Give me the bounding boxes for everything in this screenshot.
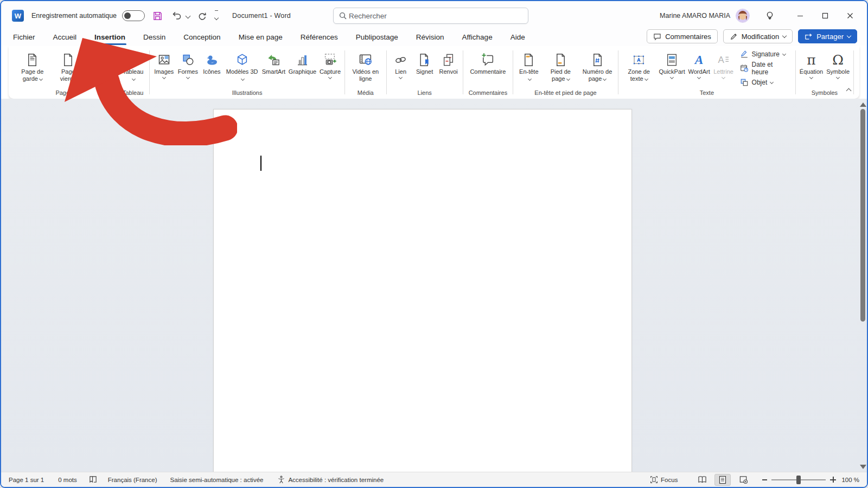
blank-page-button[interactable]: Page vierge [51,48,86,84]
editing-mode-button[interactable]: Modification [723,29,793,43]
footer-button[interactable]: Pied de page [542,48,579,84]
save-button[interactable] [150,9,164,23]
autosave-toggle[interactable] [122,10,145,21]
group-divider [463,50,463,94]
cover-page-button[interactable]: Page de garde [14,48,51,84]
3d-models-button[interactable]: Modèles 3D [224,48,260,84]
user-avatar[interactable] [736,9,750,23]
focus-mode-button[interactable]: Focus [650,476,678,484]
ribbon-group-symbols: π Équation Ω Symbole Symboles [798,48,851,99]
blank-page-icon [61,49,75,67]
group-divider [853,50,854,94]
tab-mise-en-page[interactable]: Mise en page [239,31,283,45]
tab-fichier[interactable]: Fichier [13,31,35,45]
comment-bubble-icon [653,33,661,41]
minimize-button[interactable] [788,5,813,27]
language-indicator[interactable]: Français (France) [108,477,157,483]
document-title: Document1 - Word [232,12,291,20]
autosave-label: Enregistrement automatique [31,12,117,20]
page-number-button[interactable]: Numéro de page [579,48,616,84]
document-page[interactable] [213,109,632,473]
word-count[interactable]: 0 mots [58,477,77,483]
zoom-level[interactable]: 100 % [841,477,859,483]
equation-button[interactable]: π Équation [798,48,825,82]
zoom-out-button[interactable] [762,479,767,480]
bar-chart-icon [295,49,310,67]
new-comment-button[interactable]: Commentaire [468,48,507,76]
tab-accueil[interactable]: Accueil [53,31,77,45]
ribbon-group-text: Zone de texte QuickPart A WordArt [621,48,793,99]
undo-button[interactable] [170,9,184,23]
redo-button[interactable] [195,9,209,23]
chart-button[interactable]: Graphique [287,48,318,76]
proofing-icon[interactable] [89,476,97,484]
shapes-button[interactable]: Formes [176,48,200,82]
header-button[interactable]: En-tête [515,48,542,84]
lightbulb-icon[interactable] [761,7,779,25]
quick-access-overflow-button[interactable] [215,10,218,22]
page-indicator[interactable]: Page 1 sur 1 [9,477,44,483]
smartart-icon [266,49,281,67]
document-canvas[interactable] [1,99,868,473]
search-input[interactable]: Rechercher [333,8,528,24]
ribbon-group-links: Lien Signet Renvoi Liens [389,48,461,99]
tab-publipostage[interactable]: Publipostage [356,31,398,45]
undo-dropdown-chevron-icon[interactable] [186,13,191,18]
page-number-icon [590,49,605,67]
drop-cap-button[interactable]: A Lettrine [712,48,736,82]
quick-parts-button[interactable]: QuickPart [658,48,687,82]
new-comment-icon [480,49,495,67]
autocomplete-status[interactable]: Saisie semi-automatique : activée [170,477,263,483]
tab-insertion[interactable]: Insertion [94,31,125,45]
signature-line-button[interactable]: Signature [740,50,791,59]
screenshot-button[interactable]: Capture [318,48,342,82]
tab-aide[interactable]: Aide [510,31,525,45]
images-button[interactable]: Images [152,48,176,82]
text-box-icon [631,49,646,67]
vertical-scrollbar[interactable] [858,99,868,473]
print-layout-button[interactable] [714,474,731,486]
tab-references[interactable]: Références [301,31,338,45]
icons-button[interactable]: Icônes [200,48,224,76]
ribbon-group-pages: Page de garde Page vierge Saut de page P… [14,48,114,99]
word-window: W Enregistrement automatique Document1 -… [0,0,868,488]
read-mode-button[interactable] [694,474,710,486]
tab-conception[interactable]: Conception [183,31,220,45]
text-box-button[interactable]: Zone de texte [621,48,658,84]
smartart-button[interactable]: SmartArt [260,48,287,76]
zoom-slider[interactable] [771,479,826,480]
date-time-button[interactable]: Date et heure [740,61,791,76]
close-button[interactable] [838,5,863,27]
share-button[interactable]: Partager [798,29,857,43]
scrollbar-thumb[interactable] [860,109,865,322]
online-videos-button[interactable]: Vidéos en ligne [347,48,384,84]
zoom-in-button[interactable] [830,477,836,483]
tab-dessin[interactable]: Dessin [143,31,165,45]
images-icon [157,49,171,67]
accessibility-status[interactable]: Accessibilité : vérification terminée [277,476,384,484]
maximize-button[interactable] [813,5,838,27]
group-divider [386,50,387,94]
bookmark-button[interactable]: Signet [413,48,437,76]
scroll-up-icon[interactable] [860,102,866,107]
drop-cap-icon: A [716,49,731,67]
tab-revision[interactable]: Révision [416,31,444,45]
group-label-table: Tableau [119,88,147,99]
bookmark-icon [417,49,432,67]
web-layout-button[interactable] [735,474,751,486]
link-icon [393,49,408,67]
comments-button[interactable]: Commentaires [647,29,718,43]
object-button[interactable]: Objet [740,78,791,87]
tab-affichage[interactable]: Affichage [462,31,493,45]
collapse-ribbon-button[interactable] [847,85,851,95]
zoom-slider-thumb[interactable] [796,476,801,484]
ribbon-group-media: Vidéos en ligne Média [347,48,384,99]
cross-reference-button[interactable]: Renvoi [437,48,461,76]
symbol-button[interactable]: Ω Symbole [825,48,851,82]
wordart-button[interactable]: A WordArt [687,48,712,82]
status-bar: Page 1 sur 1 0 mots Français (France) Sa… [1,472,867,487]
link-button[interactable]: Lien [389,48,413,82]
table-button[interactable]: Tableau [119,48,147,84]
page-break-button[interactable]: Saut de page [86,48,114,84]
scroll-down-icon[interactable] [860,465,866,469]
